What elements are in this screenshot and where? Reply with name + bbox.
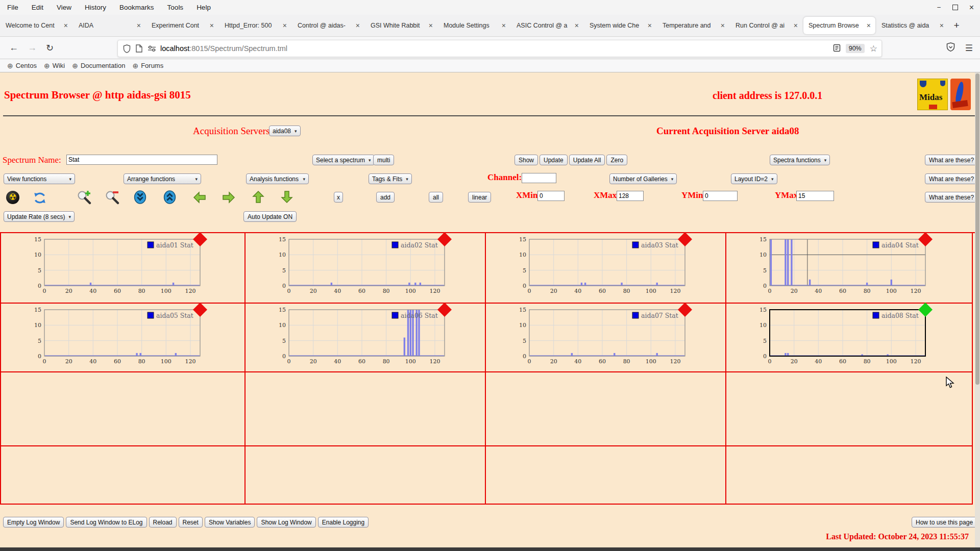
url-text[interactable]: localhost:8015/Spectrum/Spectrum.tml xyxy=(160,44,287,53)
close-button[interactable]: × xyxy=(969,3,974,12)
spectrum-cell-aida02[interactable]: 020406080100120051015aida02 Stat xyxy=(246,233,486,304)
tab-1[interactable]: Welcome to Cent× xyxy=(1,17,72,34)
spectrum-chart-aida04[interactable]: 020406080100120051015aida04 Stat xyxy=(726,233,968,300)
page-info-icon[interactable] xyxy=(136,44,142,53)
spectrum-chart-aida01[interactable]: 020406080100120051015aida01 Stat xyxy=(1,233,243,300)
bookmark-forums[interactable]: ⊕Forums xyxy=(132,62,163,70)
tracking-shield-icon[interactable] xyxy=(123,44,131,53)
send-log-window-to-elog-button[interactable]: Send Log Window to ELog xyxy=(66,517,146,528)
ymin-input[interactable] xyxy=(703,191,738,201)
spectrum-cell-aida05[interactable]: 020406080100120051015aida05 Stat xyxy=(1,304,246,372)
add-button[interactable]: add xyxy=(376,192,395,203)
show-log-window-button[interactable]: Show Log Window xyxy=(257,517,315,528)
zero-button[interactable]: Zero xyxy=(606,155,627,165)
tab-12[interactable]: Spectrum Browse× xyxy=(803,17,875,34)
menu-edit[interactable]: Edit xyxy=(32,4,43,11)
arrange-functions-dropdown[interactable]: Arrange functions▾ xyxy=(124,173,201,184)
show-variables-button[interactable]: Show Variables xyxy=(205,517,255,528)
privacy-shield-icon[interactable] xyxy=(946,42,955,54)
analysis-functions-dropdown[interactable]: Analysis functions▾ xyxy=(246,173,309,184)
bookmark-documentation[interactable]: ⊕Documentation xyxy=(72,62,125,70)
update-all-button[interactable]: Update All xyxy=(569,155,605,165)
spectrum-name-input[interactable] xyxy=(66,155,217,165)
tab-close-icon[interactable]: × xyxy=(354,21,361,30)
reset-button[interactable]: Reset xyxy=(179,517,203,528)
empty-log-window-button[interactable]: Empty Log Window xyxy=(3,517,64,528)
arrow-right-icon[interactable] xyxy=(222,191,236,204)
tab-close-icon[interactable]: × xyxy=(719,21,726,30)
tab-2[interactable]: AIDA× xyxy=(74,17,145,34)
tab-9[interactable]: System wide Che× xyxy=(584,17,656,34)
tab-close-icon[interactable]: × xyxy=(646,21,653,30)
how-to-use-button[interactable]: How to use this page xyxy=(912,517,977,528)
spectrum-chart-aida06[interactable]: 020406080100120051015aida06 Stat xyxy=(246,304,487,371)
menu-view[interactable]: View xyxy=(57,4,71,11)
refresh-icon[interactable] xyxy=(33,191,47,205)
zero-spectra-radiation-icon[interactable]: ☢ xyxy=(6,191,19,204)
multi-button[interactable]: multi xyxy=(373,155,394,165)
spectrum-cell-aida03[interactable]: 020406080100120051015aida03 Stat xyxy=(486,233,726,304)
spectrum-chart-aida08[interactable]: 020406080100120051015aida08 Stat xyxy=(726,304,968,371)
spectra-functions-dropdown[interactable]: Spectra functions▾ xyxy=(770,155,830,165)
url-bar[interactable]: localhost:8015/Spectrum/Spectrum.tml 90%… xyxy=(117,40,882,57)
tab-close-icon[interactable]: × xyxy=(865,21,872,30)
bookmark-wiki[interactable]: ⊕Wiki xyxy=(44,62,65,70)
tab-3[interactable]: Experiment Cont× xyxy=(146,17,218,34)
update-rate-dropdown[interactable]: Update Rate (8 secs)▾ xyxy=(4,211,75,222)
collapse-gallery-icon[interactable] xyxy=(134,190,146,204)
new-tab-button[interactable]: + xyxy=(949,18,964,33)
spectrum-chart-aida03[interactable]: 020406080100120051015aida03 Stat xyxy=(486,233,728,300)
page-scrollbar[interactable] xyxy=(975,72,980,547)
tab-7[interactable]: Module Settings× xyxy=(438,17,510,34)
spectrum-chart-aida02[interactable]: 020406080100120051015aida02 Stat xyxy=(246,233,487,300)
tab-10[interactable]: Temperature and× xyxy=(657,17,729,34)
spectrum-cell-aida06[interactable]: 020406080100120051015aida06 Stat xyxy=(246,304,486,372)
tab-close-icon[interactable]: × xyxy=(208,21,215,30)
spectrum-cell-aida08[interactable]: 020406080100120051015aida08 Stat xyxy=(726,304,973,372)
tab-close-icon[interactable]: × xyxy=(135,21,142,30)
tab-close-icon[interactable]: × xyxy=(792,21,799,30)
layout-id-dropdown[interactable]: Layout ID=2▾ xyxy=(731,173,777,184)
bookmark-star-icon[interactable]: ☆ xyxy=(870,43,877,54)
zoom-in-icon[interactable] xyxy=(77,190,92,205)
tab-close-icon[interactable]: × xyxy=(62,21,69,30)
tab-4[interactable]: Httpd_Error: 500× xyxy=(219,17,291,34)
linear-button[interactable]: linear xyxy=(468,192,491,203)
what-are-these-button-2[interactable]: What are these? xyxy=(925,173,978,184)
back-button[interactable]: ← xyxy=(9,42,18,53)
what-are-these-button-3[interactable]: What are these? xyxy=(925,192,978,203)
select-spectrum-dropdown[interactable]: Select a spectrum▾ xyxy=(312,155,375,165)
menu-bookmarks[interactable]: Bookmarks xyxy=(119,4,154,11)
view-functions-dropdown[interactable]: View functions▾ xyxy=(4,173,75,184)
tags-fits-dropdown[interactable]: Tags & Fits▾ xyxy=(369,173,412,184)
arrow-up-icon[interactable] xyxy=(252,190,265,204)
menu-help[interactable]: Help xyxy=(197,4,211,11)
spectrum-chart-aida07[interactable]: 020406080100120051015aida07 Stat xyxy=(486,304,728,371)
xmax-input[interactable] xyxy=(617,191,644,201)
x-axis-button[interactable]: x xyxy=(334,192,343,203)
permissions-tune-icon[interactable] xyxy=(148,45,156,52)
tab-13[interactable]: Statistics @ aida× xyxy=(876,17,948,34)
reload-button[interactable]: ↻ xyxy=(46,42,54,54)
tab-close-icon[interactable]: × xyxy=(281,21,288,30)
tab-11[interactable]: Run Control @ ai× xyxy=(730,17,802,34)
arrow-left-icon[interactable] xyxy=(192,191,207,204)
tab-5[interactable]: Control @ aidas-× xyxy=(292,17,364,34)
tab-close-icon[interactable]: × xyxy=(938,21,945,30)
reload-button[interactable]: Reload xyxy=(149,517,177,528)
auto-update-button[interactable]: Auto Update ON xyxy=(243,211,297,222)
update-button[interactable]: Update xyxy=(540,155,568,165)
tab-close-icon[interactable]: × xyxy=(500,21,507,30)
number-of-galleries-dropdown[interactable]: Number of Galleries▾ xyxy=(609,173,677,184)
channel-input[interactable] xyxy=(522,173,556,183)
acquisition-server-select[interactable]: aida08▾ xyxy=(269,126,301,136)
spectrum-chart-aida05[interactable]: 020406080100120051015aida05 Stat xyxy=(1,304,243,371)
forward-button[interactable]: → xyxy=(28,42,37,53)
tab-8[interactable]: ASIC Control @ a× xyxy=(511,17,583,34)
what-are-these-button-1[interactable]: What are these? xyxy=(925,155,978,165)
spectrum-cell-aida04[interactable]: 020406080100120051015aida04 Stat xyxy=(726,233,973,304)
maximize-button[interactable] xyxy=(952,5,958,10)
arrow-down-icon[interactable] xyxy=(280,190,293,204)
ymax-input[interactable] xyxy=(796,191,834,201)
menu-file[interactable]: File xyxy=(7,4,18,11)
